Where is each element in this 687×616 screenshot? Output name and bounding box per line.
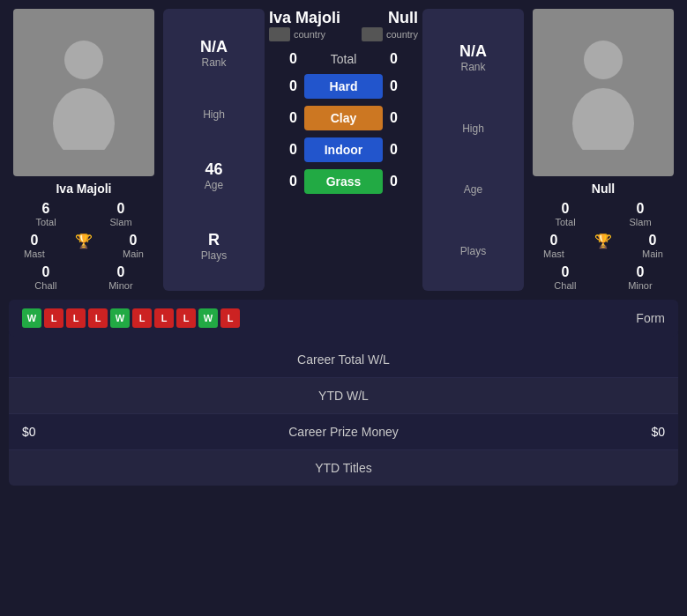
- grass-button[interactable]: Grass: [304, 169, 383, 194]
- form-badge-l: L: [132, 308, 152, 328]
- player1-slam: 0 Slam: [110, 201, 132, 227]
- ytd-titles-row: YTD Titles: [9, 450, 678, 486]
- player2-plays: Plays: [460, 245, 486, 257]
- player1-stats-row1: 6 Total 0 Slam: [9, 201, 159, 227]
- career-wl-row: Career Total W/L: [9, 342, 678, 378]
- player1-center-name: Iva Majoli country: [269, 9, 340, 41]
- player-names-row: Iva Majoli country Null country: [269, 9, 418, 41]
- player2-stats-row2: 0 Mast 🏆 0 Main: [528, 233, 678, 259]
- player1-main: 0 Main: [123, 233, 144, 259]
- player2-avatar: [533, 9, 674, 176]
- player1-stats-row3: 0 Chall 0 Minor: [9, 264, 159, 291]
- ytd-wl-row: YTD W/L: [9, 378, 678, 414]
- player2-mast: 0 Mast: [543, 233, 564, 259]
- form-badge-w: W: [22, 308, 41, 328]
- player1-chall: 0 Chall: [34, 264, 56, 291]
- player2-chall: 0 Chall: [554, 264, 576, 291]
- form-badge-w: W: [198, 308, 218, 328]
- player1-age: 46 Age: [205, 160, 223, 191]
- player2-minor: 0 Minor: [628, 264, 653, 291]
- career-prize-row: $0 Career Prize Money $0: [9, 414, 678, 450]
- main-container: Iva Majoli 6 Total 0 Slam 0 Mast 🏆: [0, 0, 687, 494]
- clay-row: 0 Clay 0: [269, 106, 418, 130]
- hard-row: 0 Hard 0: [269, 74, 418, 99]
- player1-card: Iva Majoli 6 Total 0 Slam 0 Mast 🏆: [9, 9, 159, 291]
- player1-minor: 0 Minor: [108, 264, 133, 291]
- total-row: 0 Total 0: [269, 51, 418, 67]
- form-row: WLLLWLLLWL Form: [9, 300, 678, 337]
- player2-stats-row3: 0 Chall 0 Minor: [528, 264, 678, 291]
- player2-stats-row1: 0 Total 0 Slam: [528, 201, 678, 227]
- player2-age: Age: [464, 183, 482, 196]
- form-label: Form: [636, 311, 665, 325]
- comparison-section: Iva Majoli 6 Total 0 Slam 0 Mast 🏆: [9, 9, 678, 291]
- flag2-img: [362, 27, 383, 41]
- grass-row: 0 Grass 0: [269, 169, 418, 194]
- player2-high: High: [462, 122, 484, 135]
- player2-card: Null 0 Total 0 Slam 0 Mast 🏆: [528, 9, 678, 291]
- player2-main: 0 Main: [642, 233, 663, 259]
- player2-rank: N/A Rank: [459, 42, 487, 73]
- flag1-img: [269, 27, 290, 41]
- player2-slam: 0 Slam: [630, 201, 652, 227]
- form-badge-l: L: [88, 308, 108, 328]
- player1-trophy-icon: 🏆: [75, 233, 93, 259]
- form-badge-l: L: [154, 308, 174, 328]
- form-badges: WLLLWLLLWL: [22, 308, 240, 328]
- svg-point-1: [53, 88, 115, 150]
- clay-button[interactable]: Clay: [304, 106, 383, 130]
- player2-flag: country: [362, 27, 418, 41]
- player1-avatar: [13, 9, 154, 176]
- svg-point-3: [572, 88, 634, 150]
- indoor-row: 0 Indoor 0: [269, 137, 418, 162]
- form-badge-l: L: [44, 308, 63, 328]
- player1-stats-row2: 0 Mast 🏆 0 Main: [9, 233, 159, 259]
- form-badge-w: W: [110, 308, 130, 328]
- form-badge-l: L: [66, 308, 86, 328]
- player2-trophy-icon: 🏆: [594, 233, 612, 259]
- svg-point-2: [584, 41, 623, 79]
- player1-rank: N/A Rank: [200, 38, 228, 69]
- center-scores: Iva Majoli country Null country 0: [269, 9, 418, 291]
- player2-total: 0 Total: [555, 201, 575, 227]
- player2-name: Null: [592, 182, 615, 196]
- form-badge-l: L: [176, 308, 196, 328]
- player2-info-card: N/A Rank High Age Plays: [422, 9, 524, 291]
- player1-name: Iva Majoli: [56, 182, 111, 196]
- hard-button[interactable]: Hard: [304, 74, 383, 99]
- form-badge-l: L: [220, 308, 240, 328]
- indoor-button[interactable]: Indoor: [304, 137, 383, 162]
- svg-point-0: [64, 41, 103, 79]
- bottom-section: WLLLWLLLWL Form Career Total W/L YTD W/L…: [9, 300, 678, 486]
- player1-info-card: N/A Rank High 46 Age R Plays: [163, 9, 265, 291]
- player2-center-name: Null country: [362, 9, 418, 41]
- player1-plays: R Plays: [201, 231, 227, 262]
- player1-mast: 0 Mast: [24, 233, 45, 259]
- player1-total: 6 Total: [35, 201, 56, 227]
- player1-flag: country: [269, 27, 340, 41]
- player1-high: High: [203, 108, 225, 121]
